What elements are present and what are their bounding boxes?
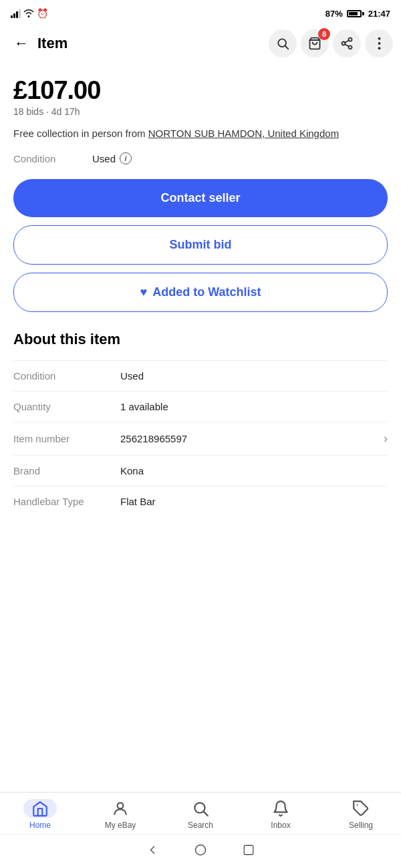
- nav-item-selling[interactable]: Selling: [338, 799, 384, 830]
- myebay-icon: [111, 799, 130, 818]
- detail-key-handlebar-type: Handlebar Type: [13, 496, 120, 507]
- search-nav-icon: [191, 799, 210, 818]
- about-title: About this item: [13, 331, 388, 348]
- svg-rect-16: [244, 845, 253, 855]
- nav-label-selling: Selling: [349, 821, 373, 830]
- condition-label: Condition: [13, 153, 87, 164]
- heart-icon: ♥: [140, 285, 147, 299]
- price-section: £107.00 18 bids · 4d 17h: [13, 76, 388, 117]
- detail-value-brand: Kona: [120, 465, 388, 476]
- info-icon[interactable]: i: [120, 152, 132, 164]
- nav-item-home[interactable]: Home: [17, 799, 63, 830]
- detail-value-item-number: 256218965597: [120, 433, 384, 444]
- svg-point-15: [196, 845, 206, 855]
- android-nav: [0, 834, 401, 868]
- bid-info: 18 bids · 4d 17h: [13, 106, 388, 117]
- android-back-button[interactable]: [145, 843, 160, 857]
- detail-key-brand: Brand: [13, 465, 120, 476]
- battery-icon: [347, 10, 364, 17]
- status-right: 87% 21:47: [325, 9, 390, 19]
- status-left: ⏰: [11, 8, 48, 19]
- nav-label-myebay: My eBay: [105, 821, 136, 830]
- svg-line-1: [285, 46, 289, 49]
- search-button[interactable]: [269, 29, 297, 57]
- svg-line-6: [345, 44, 349, 46]
- nav-items: Home My eBay Search: [0, 792, 401, 834]
- detail-key-item-number: Item number: [13, 433, 120, 444]
- cart-badge: 8: [318, 28, 330, 40]
- page-title: Item: [37, 35, 269, 52]
- svg-line-7: [345, 40, 349, 42]
- detail-value-handlebar-type: Flat Bar: [120, 496, 388, 507]
- contact-seller-button[interactable]: Contact seller: [13, 179, 388, 217]
- battery-percent: 87%: [325, 9, 343, 19]
- detail-key-quantity: Quantity: [13, 401, 120, 412]
- clock: 21:47: [368, 9, 390, 19]
- nav-label-home: Home: [29, 821, 51, 830]
- condition-value: Used i: [92, 152, 132, 164]
- wifi-icon: [23, 8, 34, 19]
- detail-row-item-number[interactable]: Item number 256218965597 ›: [13, 422, 388, 455]
- share-button[interactable]: [333, 29, 361, 57]
- android-home-button[interactable]: [193, 843, 208, 857]
- detail-row-condition: Condition Used: [13, 360, 388, 391]
- about-section: About this item Condition Used Quantity …: [13, 331, 388, 517]
- top-nav: ← Item 8: [0, 24, 401, 63]
- nav-label-search: Search: [188, 821, 213, 830]
- detail-value-condition: Used: [120, 370, 388, 382]
- condition-row: Condition Used i: [13, 152, 388, 164]
- main-content: £107.00 18 bids · 4d 17h Free collection…: [0, 63, 401, 623]
- svg-line-13: [204, 812, 208, 816]
- android-recents-button[interactable]: [241, 843, 256, 857]
- nav-item-myebay[interactable]: My eBay: [97, 799, 144, 830]
- nav-icons: 8: [269, 29, 393, 57]
- more-options-button[interactable]: [365, 29, 393, 57]
- submit-bid-button[interactable]: Submit bid: [13, 225, 388, 265]
- nav-label-inbox: Inbox: [271, 821, 290, 830]
- detail-key-condition: Condition: [13, 370, 120, 382]
- back-button[interactable]: ←: [8, 30, 35, 57]
- location-info: Free collection in person from NORTON SU…: [13, 126, 388, 140]
- cart-button[interactable]: 8: [301, 29, 329, 57]
- chevron-right-icon[interactable]: ›: [384, 432, 388, 446]
- watchlist-button[interactable]: ♥ Added to Watchlist: [13, 273, 388, 312]
- selling-icon: [352, 799, 370, 818]
- svg-point-9: [378, 42, 380, 45]
- detail-row-brand: Brand Kona: [13, 455, 388, 486]
- svg-point-8: [378, 37, 380, 40]
- signal-icon: [11, 9, 21, 18]
- svg-point-11: [118, 803, 124, 809]
- nav-item-inbox[interactable]: Inbox: [257, 799, 304, 830]
- location-prefix: Free collection in person from: [13, 128, 148, 139]
- inbox-icon: [271, 799, 290, 818]
- location-link[interactable]: NORTON SUB HAMDON, United Kingdom: [148, 128, 339, 139]
- status-bar: ⏰ 87% 21:47: [0, 0, 401, 24]
- price: £107.00: [13, 76, 388, 105]
- detail-row-handlebar-type: Handlebar Type Flat Bar: [13, 486, 388, 517]
- alarm-icon: ⏰: [37, 8, 48, 19]
- detail-value-quantity: 1 available: [120, 401, 388, 412]
- home-icon: [23, 799, 57, 818]
- nav-item-search[interactable]: Search: [177, 799, 224, 830]
- detail-row-quantity: Quantity 1 available: [13, 391, 388, 422]
- svg-point-10: [378, 47, 380, 49]
- action-buttons: Contact seller Submit bid ♥ Added to Wat…: [13, 179, 388, 312]
- bottom-nav: Home My eBay Search: [0, 792, 401, 868]
